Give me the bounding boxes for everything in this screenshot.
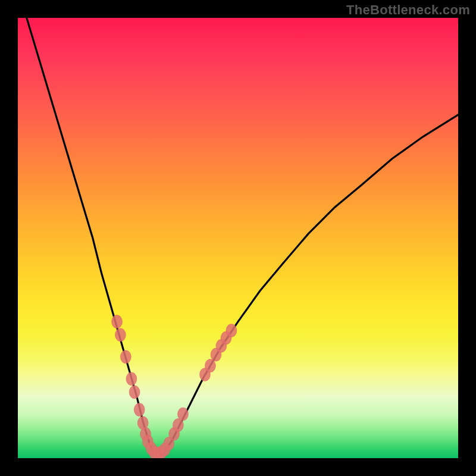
chart-marker — [120, 350, 131, 364]
chart-marker — [205, 359, 215, 372]
chart-svg — [18, 18, 458, 458]
attribution-text: TheBottleneck.com — [346, 2, 470, 18]
chart-marker — [226, 324, 237, 337]
chart-curve — [27, 18, 458, 456]
chart-marker — [129, 386, 140, 399]
chart-marker — [126, 372, 137, 386]
chart-marker — [112, 315, 123, 328]
chart-plot-area — [18, 18, 458, 458]
chart-frame: TheBottleneck.com — [0, 0, 476, 476]
chart-markers — [112, 315, 237, 458]
chart-marker — [134, 403, 145, 416]
chart-marker — [115, 328, 126, 342]
chart-marker — [178, 408, 189, 421]
